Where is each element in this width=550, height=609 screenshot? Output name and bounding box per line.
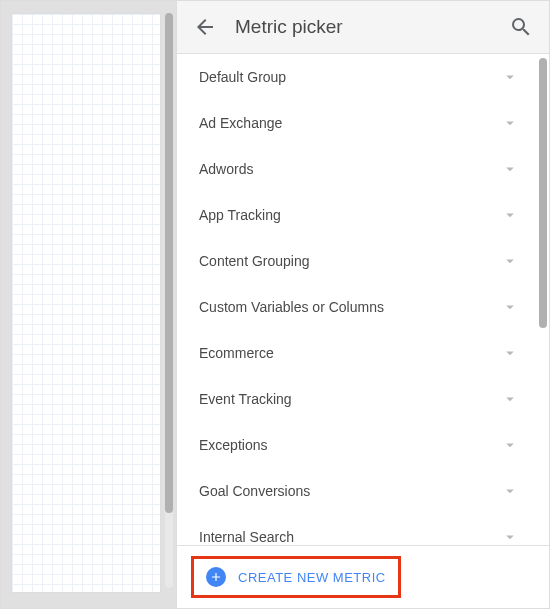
search-icon[interactable] <box>509 15 533 39</box>
group-item-ad-exchange[interactable]: Ad Exchange <box>177 100 537 146</box>
group-item-internal-search[interactable]: Internal Search <box>177 514 537 545</box>
group-label: Content Grouping <box>199 253 310 269</box>
canvas-grid[interactable] <box>11 13 161 593</box>
left-panel <box>1 1 176 608</box>
chevron-down-icon <box>501 160 519 178</box>
create-new-metric-button[interactable]: CREATE NEW METRIC <box>191 556 401 598</box>
group-item-default[interactable]: Default Group <box>177 54 537 100</box>
group-label: Event Tracking <box>199 391 292 407</box>
group-label: Goal Conversions <box>199 483 310 499</box>
chevron-down-icon <box>501 252 519 270</box>
group-item-event-tracking[interactable]: Event Tracking <box>177 376 537 422</box>
chevron-down-icon <box>501 528 519 545</box>
group-label: Internal Search <box>199 529 294 545</box>
group-item-exceptions[interactable]: Exceptions <box>177 422 537 468</box>
chevron-down-icon <box>501 436 519 454</box>
group-label: Ad Exchange <box>199 115 282 131</box>
group-label: Default Group <box>199 69 286 85</box>
chevron-down-icon <box>501 390 519 408</box>
chevron-down-icon <box>501 298 519 316</box>
group-item-app-tracking[interactable]: App Tracking <box>177 192 537 238</box>
group-item-content-grouping[interactable]: Content Grouping <box>177 238 537 284</box>
group-label: Ecommerce <box>199 345 274 361</box>
chevron-down-icon <box>501 344 519 362</box>
chevron-down-icon <box>501 114 519 132</box>
group-item-goal-conversions[interactable]: Goal Conversions <box>177 468 537 514</box>
plus-icon <box>206 567 226 587</box>
right-scrollbar-thumb[interactable] <box>539 58 547 328</box>
panel-title: Metric picker <box>235 16 509 38</box>
metric-groups-list: Default Group Ad Exchange Adwords App Tr… <box>177 54 549 545</box>
panel-footer: CREATE NEW METRIC <box>177 545 549 608</box>
group-item-adwords[interactable]: Adwords <box>177 146 537 192</box>
right-scrollbar[interactable] <box>539 58 547 488</box>
panel-header: Metric picker <box>177 1 549 54</box>
group-item-ecommerce[interactable]: Ecommerce <box>177 330 537 376</box>
create-label: CREATE NEW METRIC <box>238 570 386 585</box>
metric-picker-panel: Metric picker Default Group Ad Exchange … <box>176 1 549 608</box>
group-label: Custom Variables or Columns <box>199 299 384 315</box>
group-label: Adwords <box>199 161 253 177</box>
group-label: App Tracking <box>199 207 281 223</box>
left-scrollbar-thumb[interactable] <box>165 13 173 513</box>
chevron-down-icon <box>501 68 519 86</box>
left-scrollbar[interactable] <box>165 13 173 588</box>
chevron-down-icon <box>501 206 519 224</box>
chevron-down-icon <box>501 482 519 500</box>
back-arrow-icon[interactable] <box>193 15 217 39</box>
group-item-custom-vars[interactable]: Custom Variables or Columns <box>177 284 537 330</box>
group-label: Exceptions <box>199 437 267 453</box>
